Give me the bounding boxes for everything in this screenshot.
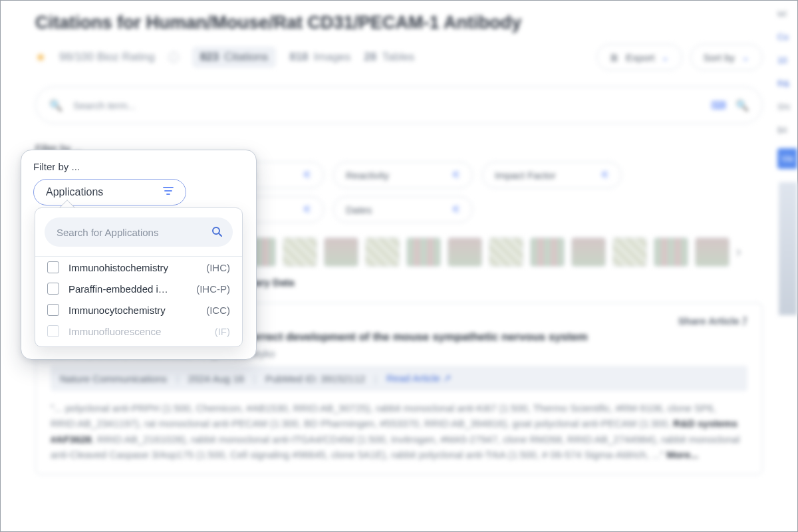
filter-icon: ⚟ — [600, 169, 609, 181]
chevron-down-icon: ⌄ — [661, 51, 670, 63]
star-icon: ★ — [35, 50, 46, 65]
article-meta: Nature Communications| 2024 Aug 16| PubM… — [51, 366, 747, 391]
filter-icon: ⚟ — [452, 169, 460, 181]
read-article-link[interactable]: Read Article ↗ — [386, 372, 452, 384]
share-icon: ⤴ — [742, 315, 747, 327]
filter-icon: ⚟ — [303, 169, 311, 181]
right-column-fragment: tel Co 10 R& Shi $4 Vie — [777, 1, 797, 531]
scroll-right-icon[interactable]: › — [736, 243, 741, 261]
thumbnail[interactable] — [365, 237, 400, 267]
bioz-rating: 98/100 Bioz Rating — [59, 51, 155, 64]
thumbnail[interactable] — [612, 237, 647, 267]
search-bar[interactable]: 🔍 ⌨ 🔍 — [35, 86, 763, 124]
thumbnail[interactable] — [448, 237, 482, 267]
checkbox[interactable] — [47, 304, 59, 316]
sort-button[interactable]: Sort by ⌄ — [690, 44, 763, 70]
filter-icon: ⚟ — [303, 203, 311, 215]
dropdown-search[interactable] — [45, 217, 233, 247]
dropdown-item-ihcp[interactable]: Paraffin-embedded i… (IHC-P) — [35, 278, 242, 299]
dropdown-search-input[interactable] — [55, 226, 205, 239]
view-button[interactable]: Vie — [777, 148, 797, 169]
filter-dates[interactable]: Dates⚟ — [333, 196, 473, 223]
tab-citations[interactable]: 823 Citations — [192, 47, 277, 68]
chevron-down-icon: ⌄ — [741, 51, 750, 63]
checkbox[interactable] — [47, 325, 59, 337]
filter-icon: ⚟ — [452, 203, 460, 215]
thumbnail[interactable] — [530, 237, 565, 267]
thumbnail[interactable] — [695, 237, 730, 267]
filter-impact-factor[interactable]: Impact Factor⚟ — [482, 162, 622, 188]
svg-line-4 — [219, 233, 221, 236]
dropdown-item-icc[interactable]: Immunocytochemistry (ICC) — [35, 299, 242, 321]
checkbox[interactable] — [47, 261, 59, 273]
page-title: Citations for Human/Mouse/Rat CD31/PECAM… — [35, 13, 763, 33]
thumbnail[interactable] — [283, 237, 317, 267]
thumbnail[interactable] — [571, 237, 606, 267]
dropdown-list: Immunohistochemistry (IHC) Paraffin-embe… — [35, 256, 242, 342]
thumbnail[interactable] — [654, 237, 688, 267]
search-input[interactable] — [72, 99, 702, 112]
journal-name: Nature Communications — [60, 373, 167, 384]
pubmed-id: PubMed ID: 39152112 — [265, 373, 365, 384]
thumbnail[interactable] — [406, 237, 441, 267]
thumbnail[interactable] — [489, 237, 523, 267]
search-icon: 🔍 — [49, 99, 63, 112]
export-button[interactable]: 🗎 Export ⌄ — [597, 44, 682, 70]
keyboard-icon[interactable]: ⌨ — [711, 99, 726, 112]
export-icon: 🗎 — [609, 52, 619, 63]
dropdown-item-ihc[interactable]: Immunohistochemistry (IHC) — [35, 257, 242, 278]
search-submit-icon[interactable]: 🔍 — [735, 99, 749, 112]
filter-icon — [163, 186, 174, 198]
popover-label: Filter by ... — [33, 161, 244, 172]
filter-reactivity[interactable]: Reactivity⚟ — [333, 162, 473, 188]
article-snippet: "... polyclonal anti-PRPH (1:500, Chemic… — [51, 400, 747, 462]
stats-row: ★ 98/100 Bioz Rating i 823 Citations 818… — [35, 44, 763, 70]
info-icon[interactable]: i — [168, 52, 179, 63]
product-image — [779, 182, 797, 315]
thumbnail[interactable] — [324, 237, 358, 267]
tab-images[interactable]: 818 Images — [289, 51, 350, 64]
dropdown-item-if[interactable]: Immunofluorescence (IF) — [35, 321, 242, 342]
article-date: 2024 Aug 16 — [188, 373, 244, 384]
filter-popover: Filter by ... Applications Immunohistoch… — [21, 150, 257, 360]
checkbox[interactable] — [47, 283, 59, 295]
more-link[interactable]: More... — [666, 449, 698, 460]
applications-dropdown: Immunohistochemistry (IHC) Paraffin-embe… — [35, 207, 243, 347]
tab-tables[interactable]: 28 Tables — [364, 51, 414, 64]
popover-applications-pill[interactable]: Applications — [33, 179, 186, 205]
external-link-icon: ↗ — [443, 372, 452, 384]
search-icon[interactable] — [211, 226, 222, 239]
